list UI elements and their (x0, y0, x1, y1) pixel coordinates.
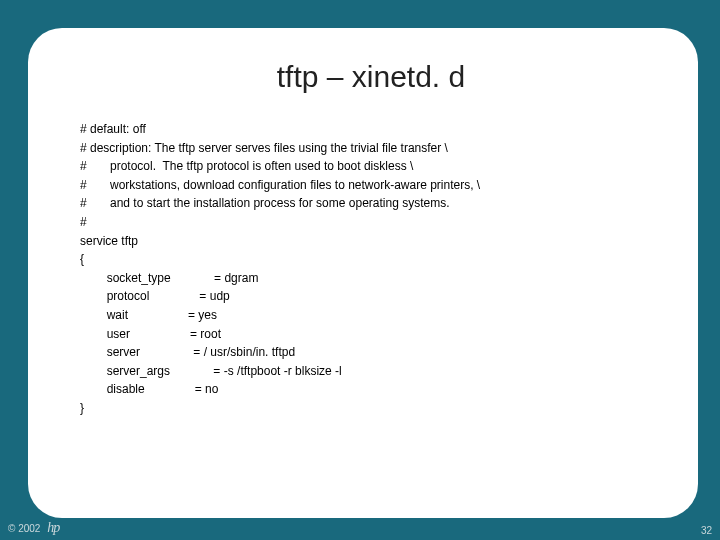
brand-logo: hp (47, 520, 59, 535)
code-line: disable = no (80, 380, 662, 399)
code-line: server_args = -s /tftpboot -r blksize -l (80, 362, 662, 381)
code-line: protocol = udp (80, 287, 662, 306)
code-block: # default: off # description: The tftp s… (80, 120, 662, 418)
code-line: service tftp (80, 232, 662, 251)
slide-title: tftp – xinetd. d (80, 60, 662, 94)
code-line: { (80, 250, 662, 269)
code-line: socket_type = dgram (80, 269, 662, 288)
code-line: # and to start the installation process … (80, 194, 662, 213)
code-line: server = / usr/sbin/in. tftpd (80, 343, 662, 362)
code-line: # workstations, download configuration f… (80, 176, 662, 195)
code-line: # default: off (80, 120, 662, 139)
code-line: # protocol. The tftp protocol is often u… (80, 157, 662, 176)
code-line: } (80, 399, 662, 418)
copyright-text: © 2002 (8, 523, 40, 534)
code-line: user = root (80, 325, 662, 344)
code-line: wait = yes (80, 306, 662, 325)
slide: tftp – xinetd. d # default: off # descri… (0, 0, 720, 540)
content-panel: tftp – xinetd. d # default: off # descri… (28, 28, 698, 518)
code-line: # (80, 213, 662, 232)
page-number: 32 (701, 525, 712, 536)
code-line: # description: The tftp server serves fi… (80, 139, 662, 158)
footer: © 2002 hp (8, 520, 59, 536)
